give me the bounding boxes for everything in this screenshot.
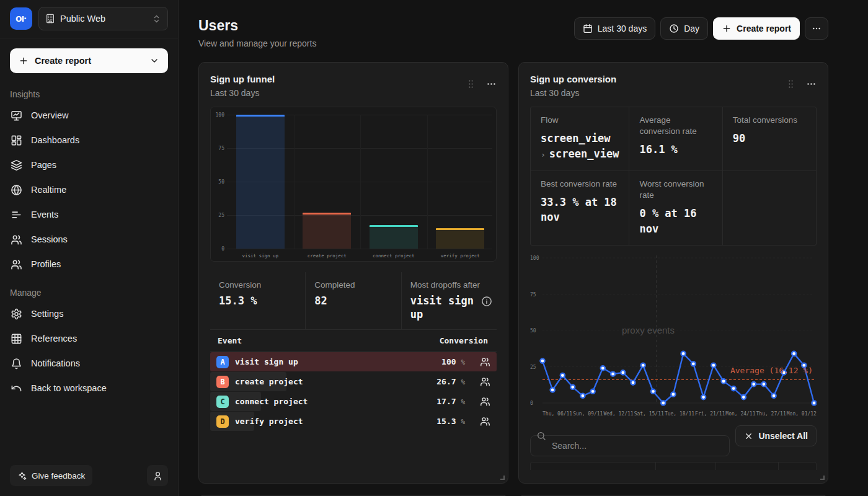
card-menu-button[interactable]	[806, 79, 817, 89]
sidebar-item-pages[interactable]: Pages	[0, 153, 178, 177]
users-icon	[11, 234, 22, 246]
data-point[interactable]	[601, 366, 605, 370]
sidebar-item-sessions[interactable]: Sessions	[0, 227, 178, 252]
page-subtitle: View and manage your reports	[198, 38, 316, 48]
ellipsis-icon	[486, 79, 497, 89]
stat-value: 16.1 %	[639, 142, 712, 157]
sidebar-item-label: Pages	[31, 160, 56, 170]
gridline	[360, 115, 361, 249]
stat-label: Completed	[314, 280, 392, 290]
create-report-button[interactable]: Create report	[713, 17, 800, 40]
account-button[interactable]	[147, 465, 168, 486]
create-report-button-sidebar[interactable]: Create report	[10, 48, 168, 73]
card-menu-button[interactable]	[486, 79, 497, 89]
data-point[interactable]	[570, 385, 575, 389]
data-point[interactable]	[651, 389, 655, 394]
stat-value: 0 % at 16 nov	[639, 206, 712, 236]
stat-flow: Flowscreen_view›screen_view	[531, 107, 629, 171]
main-content: Users View and manage your reports Last …	[179, 0, 868, 496]
event-row-verify-project[interactable]: D verify project 15.3 %	[210, 412, 497, 431]
funnel-bar-connect-project[interactable]	[370, 225, 418, 249]
event-row-create-project[interactable]: B create project 26.7 %	[210, 372, 497, 391]
monitor-chart-icon	[11, 110, 22, 122]
sidebar-item-label: Events	[31, 210, 58, 219]
data-point[interactable]	[751, 382, 756, 386]
unselect-all-button[interactable]: Unselect All	[735, 425, 817, 446]
event-row-connect-project[interactable]: C connect project 17.7 %	[210, 392, 497, 411]
data-point[interactable]	[742, 395, 746, 399]
card-resize-handle[interactable]	[820, 476, 825, 480]
stat-label: Most dropoffs after	[410, 280, 488, 290]
stat-value: 82	[314, 294, 392, 308]
unselect-all-label: Unselect All	[758, 431, 808, 441]
ellipsis-icon	[812, 24, 822, 33]
series-table-partial	[530, 462, 817, 470]
event-conversion: 26.7 %	[436, 377, 465, 386]
data-point[interactable]	[812, 401, 816, 405]
search-input[interactable]	[530, 435, 730, 456]
workspace-selector[interactable]: Public Web	[38, 7, 168, 30]
sidebar-item-references[interactable]: References	[0, 326, 178, 351]
card-resize-handle[interactable]	[500, 476, 505, 480]
funnel-bar-create-project[interactable]	[303, 213, 351, 249]
funnel-card-title: Sign up funnel	[210, 74, 275, 84]
x-axis-tick: Mon, 24/11	[725, 411, 755, 417]
event-row-visit-sign-up[interactable]: A visit sign up 100 %	[210, 352, 497, 371]
data-point[interactable]	[591, 389, 595, 394]
interval-button[interactable]: Day	[660, 17, 708, 40]
sidebar-item-realtime[interactable]: Realtime	[0, 177, 178, 202]
data-point[interactable]	[681, 352, 686, 356]
data-point[interactable]	[560, 373, 565, 378]
layout-dashboard-icon	[11, 135, 22, 146]
data-point[interactable]	[732, 386, 736, 391]
event-name: create project	[235, 377, 430, 386]
data-point[interactable]	[621, 371, 625, 375]
data-point[interactable]	[540, 359, 544, 363]
data-point[interactable]	[631, 381, 635, 385]
funnel-event-table: Event Conversion A visit sign up 100 % B…	[210, 330, 497, 431]
sidebar-item-label: Dashboards	[31, 135, 79, 145]
sidebar-item-overview[interactable]: Overview	[0, 103, 178, 128]
sidebar-item-back-to-workspace[interactable]: Back to workspace	[0, 376, 178, 401]
data-point[interactable]	[661, 401, 665, 405]
data-point[interactable]	[701, 395, 706, 399]
grid-icon	[11, 333, 22, 345]
drag-handle[interactable]	[466, 79, 476, 89]
data-point[interactable]	[671, 392, 675, 397]
data-point[interactable]	[691, 361, 696, 366]
sidebar-item-label: Profiles	[31, 259, 61, 269]
more-button[interactable]	[805, 17, 828, 40]
data-point[interactable]	[551, 388, 555, 392]
conversion-line-chart: 0255075100 proxy events Average (16.12 %…	[530, 252, 817, 417]
date-range-button[interactable]: Last 30 days	[574, 17, 655, 40]
data-point[interactable]	[580, 394, 585, 398]
data-point[interactable]	[721, 379, 725, 384]
x-axis-tick: connect project	[360, 253, 427, 259]
data-point[interactable]	[611, 372, 615, 376]
sidebar-item-events[interactable]: Events	[0, 202, 178, 227]
funnel-bar-visit-sign-up[interactable]	[236, 115, 285, 249]
drag-handle[interactable]	[786, 79, 796, 89]
report-grid: Sign up funnel Last 30 days 0255075100vi…	[198, 62, 828, 496]
data-point[interactable]	[792, 352, 796, 356]
data-point[interactable]	[772, 394, 776, 398]
users-icon	[480, 376, 490, 387]
funnel-bar-verify-project[interactable]	[436, 228, 484, 249]
list-lines-icon	[11, 209, 22, 221]
sidebar-item-dashboards[interactable]: Dashboards	[0, 128, 178, 153]
sidebar-item-notifications[interactable]: Notifications	[0, 351, 178, 376]
stat-label: Worst conversion rate	[639, 179, 712, 201]
y-axis-tick: 0	[211, 246, 224, 252]
event-conversion: 100 %	[441, 357, 465, 366]
x-axis-tick: verify project	[427, 253, 494, 259]
data-point[interactable]	[641, 363, 645, 368]
give-feedback-button[interactable]: Give feedback	[10, 465, 92, 486]
event-name: visit sign up	[235, 357, 435, 366]
sidebar-item-profiles[interactable]: Profiles	[0, 252, 178, 277]
header-buttons: Last 30 daysDayCreate report	[574, 17, 828, 40]
y-axis-tick: 100	[211, 112, 224, 118]
data-point[interactable]	[761, 382, 766, 386]
data-point[interactable]	[711, 363, 715, 368]
page-header: Users View and manage your reports Last …	[198, 17, 828, 48]
sidebar-item-settings[interactable]: Settings	[0, 301, 178, 326]
